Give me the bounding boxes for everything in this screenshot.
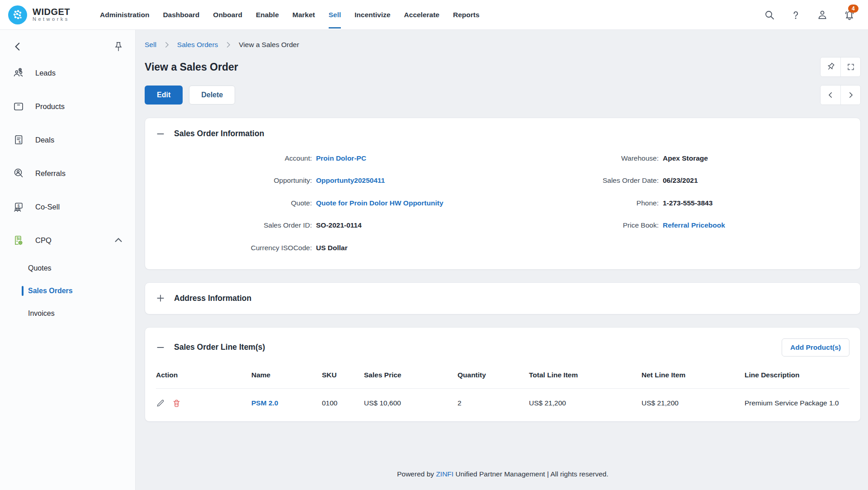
breadcrumb-sell[interactable]: Sell [145,41,156,49]
line-items-table: Action Name SKU Sales Price Quantity Tot… [145,359,860,421]
footer-suffix: Unified Partner Management | All rights … [455,470,608,478]
zinfi-link[interactable]: ZINFI [436,470,453,478]
nav-reports[interactable]: Reports [453,1,480,29]
page-title: View a Sales Order [145,61,238,73]
product-name-link[interactable]: PSM 2.0 [251,399,278,407]
sidebar-item-quotes[interactable]: Quotes [0,257,135,280]
nav-administration[interactable]: Administration [100,1,149,29]
sidebar-item-label: Co-Sell [35,203,60,211]
field-currency-isocode: Currency ISOCode: US Dollar [156,243,503,252]
sidebar-item-label: Referrals [35,169,66,178]
field-label: Price Book: [503,221,659,229]
sales-order-info-card: Sales Order Information Account: Proin D… [145,118,861,270]
edit-button[interactable]: Edit [145,86,183,105]
expand-section-icon[interactable] [156,294,165,303]
pin-page-icon[interactable] [821,57,840,76]
sku-value: 0100 [322,389,364,419]
previous-record-icon[interactable] [821,86,840,105]
table-row: PSM 2.0 0100 US$ 10,600 2 US$ 21,200 US$… [156,389,849,419]
delete-button[interactable]: Delete [189,86,235,105]
next-record-icon[interactable] [840,86,860,105]
logo-icon [8,5,27,24]
section-title: Address Information [174,294,251,303]
sidebar-item-deals[interactable]: $ Deals [0,123,135,157]
pin-sidebar-icon[interactable] [113,41,123,52]
chevron-right-icon [163,41,171,49]
bell-icon[interactable]: 4 [844,9,855,21]
record-pager [820,85,861,105]
nav-market[interactable]: Market [292,1,315,29]
nav-dashboard[interactable]: Dashboard [163,1,199,29]
net-line-item-value: US$ 21,200 [642,389,745,419]
phone-value: 1-273-555-3843 [663,199,712,207]
sidebar-item-products[interactable]: Products [0,90,135,123]
breadcrumb-sales-orders[interactable]: Sales Orders [177,41,218,49]
top-navigation: Administration Dashboard Onboard Enable … [100,1,480,29]
leads-icon [12,66,25,80]
collapse-section-icon[interactable] [156,129,165,138]
svg-text:$: $ [18,204,20,208]
warehouse-value: Apex Storage [663,154,708,162]
brand-logo: WIDGET Networks [8,5,96,24]
svg-text:$: $ [19,140,21,144]
field-opportunity: Opportunity: Opportunty20250411 [156,176,503,185]
field-quote: Quote: Quote for Proin Dolor HW Opportun… [156,199,503,207]
chevron-up-icon[interactable] [113,235,123,245]
sidebar-item-cpq[interactable]: $ CPQ [0,224,135,257]
sidebar-item-label: Deals [35,136,54,144]
notification-badge: 4 [848,5,859,13]
section-title: Sales Order Information [174,129,264,138]
nav-accelerate[interactable]: Accelerate [404,1,439,29]
nav-enable[interactable]: Enable [256,1,279,29]
nav-incentivize[interactable]: Incentivize [354,1,390,29]
brand-subname: Networks [33,17,70,22]
referrals-icon [12,167,25,180]
sidebar-item-referrals[interactable]: Referrals [0,157,135,190]
field-label: Currency ISOCode: [156,243,312,252]
page-tools [820,57,861,77]
opportunity-link[interactable]: Opportunty20250411 [316,176,385,185]
sidebar-item-invoices[interactable]: Invoices [0,302,135,325]
search-icon[interactable] [764,10,775,20]
quantity-value: 2 [458,389,529,419]
add-products-button[interactable]: Add Product(s) [782,338,849,357]
brand-name: WIDGET [33,7,70,17]
delete-trash-icon[interactable] [172,399,181,408]
field-label: Quote: [156,199,312,207]
sidebar-item-leads[interactable]: Leads [0,56,135,90]
deals-icon: $ [12,133,25,147]
breadcrumb: Sell Sales Orders View a Sales Order [145,41,861,49]
sidebar-item-label: CPQ [35,236,52,245]
field-label: Phone: [503,199,659,207]
collapse-section-icon[interactable] [156,343,165,352]
sidebar-item-co-sell[interactable]: $ Co-Sell [0,190,135,224]
field-phone: Phone: 1-273-555-3843 [503,199,849,207]
nav-onboard[interactable]: Onboard [213,1,242,29]
help-icon[interactable] [790,10,801,20]
edit-pencil-icon[interactable] [156,399,165,408]
field-label: Warehouse: [503,154,659,162]
section-title: Sales Order Line Item(s) [174,343,265,352]
fullscreen-icon[interactable] [840,57,860,76]
col-line-description: Line Description [745,364,849,388]
price-book-link[interactable]: Referral Pricebook [663,221,725,229]
col-action: Action [156,364,251,388]
nav-sell[interactable]: Sell [329,1,341,29]
field-label: Sales Order ID: [156,221,312,229]
sidebar-subitem-label: Invoices [28,309,55,317]
line-items-card: Sales Order Line Item(s) Add Product(s) … [145,327,861,422]
footer-prefix: Powered by [397,470,434,478]
user-icon[interactable] [816,9,828,21]
account-link[interactable]: Proin Dolor-PC [316,154,366,162]
sales-price-value: US$ 10,600 [364,389,458,419]
sales-order-date-value: 06/23/2021 [663,176,698,185]
collapse-sidebar-icon[interactable] [12,41,24,52]
footer: Powered by ZINFI Unified Partner Managem… [145,461,861,490]
sales-order-id-value: SO-2021-0114 [316,221,362,229]
products-icon [12,100,25,113]
main-content: Sell Sales Orders View a Sales Order Vie… [136,30,868,490]
col-sales-price: Sales Price [364,364,458,388]
quote-link[interactable]: Quote for Proin Dolor HW Opportunity [316,199,443,207]
field-sales-order-date: Sales Order Date: 06/23/2021 [503,176,849,185]
sidebar-item-sales-orders[interactable]: Sales Orders [0,280,135,302]
